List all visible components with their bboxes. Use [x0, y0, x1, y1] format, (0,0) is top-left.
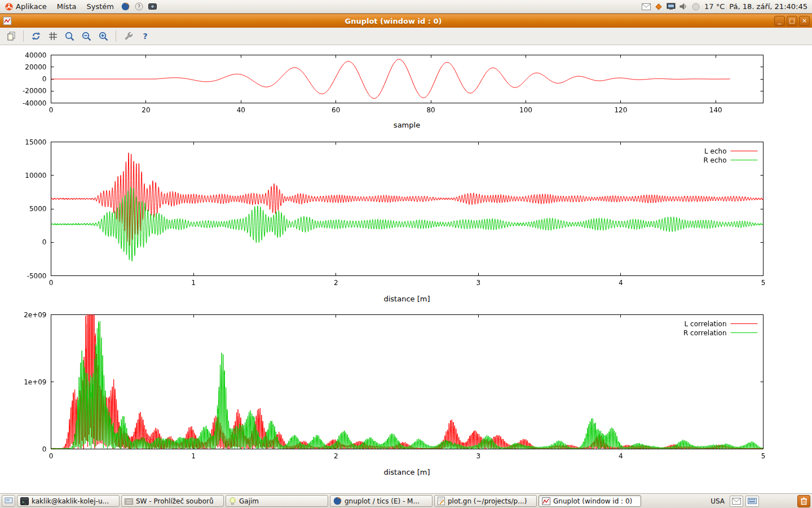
- refresh-button[interactable]: [28, 29, 43, 43]
- plot1-canvas[interactable]: [0, 45, 812, 135]
- keyboard-icon[interactable]: [745, 496, 759, 507]
- plot3-canvas[interactable]: [0, 305, 812, 493]
- panel-tray: [642, 3, 700, 11]
- zoom-previous-button[interactable]: [62, 29, 77, 43]
- settings-icon: [123, 31, 134, 41]
- panel-menus: AplikaceMístaSystém?: [0, 0, 160, 13]
- taskbar-item[interactable]: Gnuplot (window id : 0): [539, 495, 641, 507]
- toolbar-separator: [23, 30, 24, 42]
- launcher-firefox-icon[interactable]: [119, 0, 133, 13]
- text-editor-icon: [438, 497, 445, 505]
- menu-system[interactable]: Systém: [81, 0, 118, 13]
- menu-places[interactable]: Místa: [52, 0, 82, 13]
- taskbar-item[interactable]: SW - Prohlížeč souborů: [121, 495, 224, 507]
- taskbar-tray: [730, 495, 810, 507]
- svg-text:?: ?: [138, 4, 140, 10]
- zoom-out-button[interactable]: [79, 29, 94, 43]
- taskbar-item-label: SW - Prohlížeč souborů: [136, 497, 214, 505]
- firefox-icon: [333, 497, 342, 505]
- menu-label: Místa: [57, 2, 77, 11]
- zoom-in-button[interactable]: [96, 29, 111, 43]
- window-title: Gnuplot (window id : 0): [12, 17, 774, 25]
- screenshot-icon: [148, 3, 157, 10]
- mail-icon[interactable]: [642, 3, 651, 10]
- svg-text:>_: >_: [22, 500, 27, 505]
- desktop: AplikaceMístaSystém? 17 °C Pá, 18. září,…: [0, 0, 812, 508]
- help-icon: ?: [143, 32, 147, 41]
- terminal-icon: >_: [20, 497, 29, 505]
- gnuplot-window: Gnuplot (window id : 0) _□× ? sample dis…: [0, 14, 812, 493]
- trash-icon[interactable]: [797, 495, 810, 507]
- menu-applications[interactable]: Aplikace: [0, 0, 52, 13]
- mail-icon[interactable]: [730, 496, 743, 507]
- gajim-icon: [229, 497, 236, 505]
- taskbar-item[interactable]: gnuplot / tics (E) - M...: [330, 495, 433, 507]
- taskbar-item-label: gnuplot / tics (E) - M...: [345, 497, 420, 505]
- taskbar-item-label: Gajim: [239, 497, 259, 505]
- show-desktop-button[interactable]: [2, 495, 15, 507]
- taskbar-item-label: plot.gn (~/projects/p...): [448, 497, 527, 505]
- update-icon[interactable]: [655, 3, 663, 11]
- launcher-screenshot-icon[interactable]: [146, 0, 160, 13]
- temperature-label: 17 °C: [704, 2, 725, 11]
- taskbar: >_kaklik@kaklik-kolej-u...SW - Prohlížeč…: [0, 493, 812, 508]
- help-icon: ?: [135, 2, 143, 11]
- maximize-button[interactable]: □: [787, 16, 797, 26]
- plot-area[interactable]: sample distance [m] distance [m]: [0, 45, 812, 493]
- firefox-icon: [121, 2, 130, 11]
- taskbar-item-label: kaklik@kaklik-kolej-u...: [32, 497, 109, 505]
- minimize-button[interactable]: _: [774, 16, 785, 26]
- refresh-icon: [31, 31, 41, 41]
- plot2-canvas[interactable]: [0, 135, 812, 305]
- taskbar-item[interactable]: >_kaklik@kaklik-kolej-u...: [17, 495, 120, 507]
- help-button[interactable]: ?: [138, 29, 153, 43]
- window-controls: _□×: [774, 16, 810, 26]
- weather-icon[interactable]: [692, 3, 700, 11]
- clock-applet[interactable]: Pá, 18. září, 21:40:45: [729, 2, 807, 11]
- grid-icon: [48, 31, 58, 41]
- titlebar[interactable]: Gnuplot (window id : 0) _□×: [0, 14, 812, 28]
- ubuntu-logo-icon: [5, 3, 13, 11]
- panel-notification-area: 17 °C Pá, 18. září, 21:40:45: [642, 0, 812, 13]
- copy-button[interactable]: [3, 29, 19, 43]
- settings-button[interactable]: [121, 29, 136, 43]
- grid-button[interactable]: [45, 29, 60, 43]
- close-button[interactable]: ×: [799, 16, 810, 26]
- menu-label: Systém: [86, 2, 113, 11]
- taskbar-item[interactable]: Gajim: [226, 495, 328, 507]
- launcher-help-icon[interactable]: ?: [133, 0, 146, 13]
- taskbar-item[interactable]: plot.gn (~/projects/p...): [434, 495, 537, 507]
- display-icon[interactable]: [667, 3, 676, 10]
- window-list: >_kaklik@kaklik-kolej-u...SW - Prohlížeč…: [17, 495, 641, 507]
- volume-icon[interactable]: [679, 3, 688, 10]
- toolbar-separator: [116, 30, 116, 42]
- top-panel: AplikaceMístaSystém? 17 °C Pá, 18. září,…: [0, 0, 812, 14]
- toolbar: ?: [0, 28, 812, 45]
- copy-icon: [6, 31, 16, 41]
- gnuplot-icon: [542, 497, 550, 505]
- zoom-previous-icon: [64, 31, 75, 42]
- keyboard-layout-indicator[interactable]: USA: [710, 497, 725, 505]
- zoom-in-icon: [98, 31, 109, 42]
- gnuplot-window-icon: [2, 16, 12, 25]
- zoom-out-icon: [81, 31, 92, 42]
- menu-label: Aplikace: [16, 2, 47, 11]
- taskbar-item-label: Gnuplot (window id : 0): [553, 497, 632, 505]
- file-manager-icon: [125, 497, 133, 505]
